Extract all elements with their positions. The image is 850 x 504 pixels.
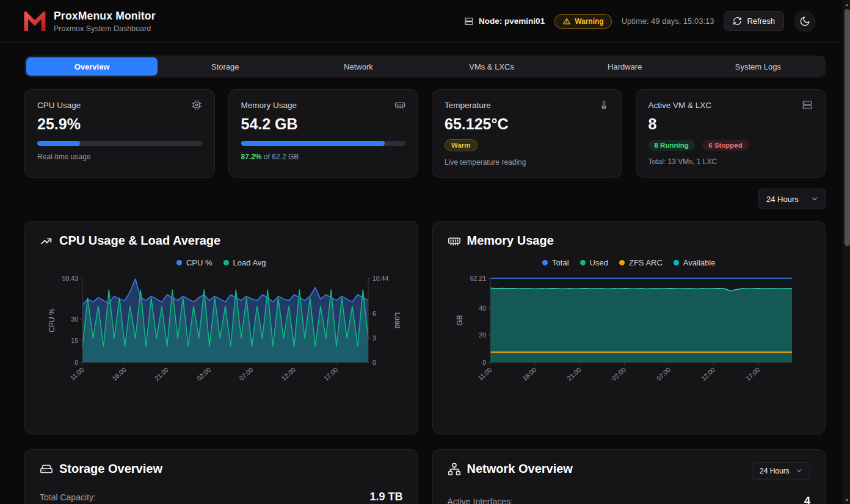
memory-chart-legend: TotalUsedZFS ARCAvailable — [448, 258, 811, 267]
memory-chart: 0204062.2111:0016:0021:0002:0007:0012:00… — [448, 271, 811, 393]
tab-network[interactable]: Network — [292, 57, 424, 76]
scrollbar[interactable]: ▲ ▼ — [843, 0, 850, 504]
cpu-icon — [191, 99, 202, 110]
refresh-label: Refresh — [747, 16, 775, 26]
memory-usage-card: Memory Usage 54.2 GB 87.2% of 62.2 GB — [228, 89, 419, 178]
legend-item: ZFS ARC — [619, 258, 663, 267]
storage-overview-title: Storage Overview — [40, 462, 162, 476]
svg-text:16:00: 16:00 — [520, 365, 537, 382]
temperature-value: 65.125°C — [445, 115, 609, 133]
svg-text:CPU %: CPU % — [48, 308, 56, 333]
stat-caption: Live temperature reading — [445, 158, 609, 167]
svg-text:07:00: 07:00 — [655, 365, 672, 382]
app-title: ProxMenux Monitor — [54, 10, 156, 23]
legend-item: Available — [674, 258, 716, 267]
time-range-value: 24 Hours — [766, 195, 799, 204]
svg-text:07:00: 07:00 — [238, 365, 255, 382]
svg-text:58.43: 58.43 — [62, 275, 78, 282]
tab-system-logs[interactable]: System Logs — [692, 57, 824, 76]
svg-text:10.44: 10.44 — [372, 275, 388, 282]
stat-cards-row: CPU Usage 25.9% Real-time usage Memory U… — [24, 89, 826, 178]
running-badge: 8 Running — [648, 140, 695, 151]
svg-text:21:00: 21:00 — [153, 365, 170, 382]
uptime-text: Uptime: 49 days, 15:03:13 — [622, 16, 714, 26]
cpu-usage-value: 25.9% — [37, 115, 202, 133]
header-actions: Node: pvemini01 Warning Uptime: 49 days,… — [464, 10, 816, 32]
temperature-status-badge: Warm — [445, 139, 478, 151]
cpu-usage-card: CPU Usage 25.9% Real-time usage — [24, 89, 215, 178]
chevron-down-icon — [795, 467, 804, 475]
cpu-progress-fill — [37, 141, 80, 146]
svg-text:3: 3 — [372, 334, 376, 342]
nav-tabs: Overview Storage Network VMs & LXCs Hard… — [24, 56, 826, 77]
memory-caption-rest: of 62.2 GB — [262, 153, 299, 161]
svg-text:20: 20 — [479, 331, 486, 339]
active-vm-count: 8 — [648, 115, 813, 133]
stat-caption: Real-time usage — [37, 153, 202, 161]
server-icon — [464, 16, 474, 26]
trending-up-icon — [40, 234, 53, 248]
cpu-chart-title: CPU Usage & Load Average — [40, 234, 403, 248]
moon-icon — [799, 16, 810, 27]
stat-caption: Total: 13 VMs, 1 LXC — [648, 157, 813, 166]
svg-text:0: 0 — [482, 359, 486, 366]
svg-text:15: 15 — [71, 337, 78, 344]
stopped-badge: 6 Stopped — [702, 140, 749, 151]
chevron-down-icon — [810, 195, 819, 203]
network-overview-card: Network Overview 24 Hours Active Interfa… — [432, 449, 826, 504]
svg-text:11:00: 11:00 — [68, 365, 85, 381]
brand: ProxMenux Monitor Proxmox System Dashboa… — [23, 10, 156, 33]
active-vm-lxc-card: Active VM & LXC 8 8 Running 6 Stopped To… — [636, 89, 826, 178]
proxmenux-logo — [23, 12, 46, 31]
cpu-progress-bar — [37, 141, 202, 146]
svg-text:16:00: 16:00 — [111, 365, 128, 382]
time-range-select[interactable]: 24 Hours — [758, 189, 826, 209]
thermometer-icon — [598, 99, 609, 110]
tab-overview[interactable]: Overview — [26, 57, 158, 76]
memory-progress-bar — [241, 141, 406, 146]
scroll-up-arrow[interactable]: ▲ — [843, 0, 850, 9]
stat-caption: 87.2% of 62.2 GB — [241, 153, 406, 161]
svg-text:17:00: 17:00 — [744, 365, 761, 382]
tab-storage[interactable]: Storage — [159, 57, 291, 76]
memory-chart-card: Memory Usage TotalUsedZFS ARCAvailable 0… — [432, 221, 826, 434]
storage-capacity-value: 1.9 TB — [369, 491, 402, 503]
network-icon — [448, 463, 461, 476]
svg-text:0: 0 — [372, 359, 376, 366]
network-time-range-value: 24 Hours — [760, 467, 790, 475]
svg-text:62.21: 62.21 — [470, 275, 485, 282]
warning-icon — [562, 17, 571, 26]
memory-progress-fill — [241, 141, 385, 146]
scrollbar-thumb[interactable] — [845, 9, 850, 246]
warning-badge-label: Warning — [575, 17, 604, 26]
server-icon — [802, 99, 813, 110]
time-range-row: 24 Hours — [24, 189, 826, 209]
storage-title-text: Storage Overview — [59, 462, 162, 476]
active-interfaces-label: Active Interfaces: — [448, 497, 513, 504]
svg-text:17:00: 17:00 — [322, 365, 340, 382]
tab-hardware[interactable]: Hardware — [559, 57, 691, 76]
svg-text:6: 6 — [372, 310, 376, 317]
svg-text:11:00: 11:00 — [476, 365, 493, 381]
stat-title: Memory Usage — [241, 101, 297, 110]
refresh-button[interactable]: Refresh — [724, 11, 784, 31]
legend-item: Load Avg — [223, 258, 266, 267]
theme-toggle-button[interactable] — [794, 10, 816, 32]
memory-usage-value: 54.2 GB — [241, 115, 406, 133]
svg-text:Load: Load — [393, 312, 400, 329]
stat-title: Active VM & LXC — [648, 101, 712, 110]
svg-text:12:00: 12:00 — [280, 365, 297, 382]
hard-drive-icon — [40, 463, 53, 476]
stat-title: Temperature — [445, 101, 491, 110]
stat-title: CPU Usage — [37, 101, 81, 110]
cpu-chart-card: CPU Usage & Load Average CPU %Load Avg 0… — [24, 221, 418, 434]
scroll-down-arrow[interactable]: ▼ — [843, 495, 850, 504]
header: ProxMenux Monitor Proxmox System Dashboa… — [0, 0, 850, 43]
temperature-card: Temperature 65.125°C Warm Live temperatu… — [432, 89, 622, 178]
storage-capacity-label: Total Capacity: — [40, 492, 96, 502]
network-title-text: Network Overview — [467, 462, 573, 476]
tab-vms-lxcs[interactable]: VMs & LXCs — [426, 57, 558, 76]
legend-item: CPU % — [176, 258, 212, 267]
node-label: Node: pvemini01 — [479, 16, 545, 26]
network-time-range-select[interactable]: 24 Hours — [752, 462, 810, 480]
